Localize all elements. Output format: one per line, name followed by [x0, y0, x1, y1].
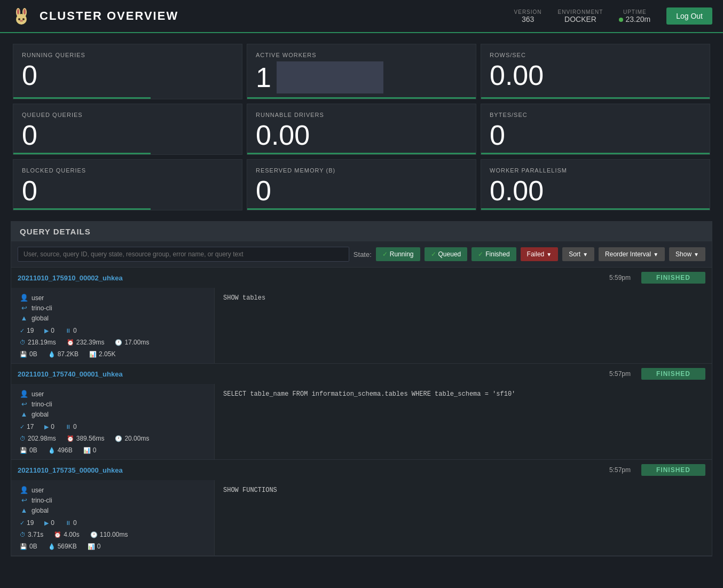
- resource-group-value: global: [32, 315, 49, 322]
- cpu-icon: ⏰: [67, 435, 74, 442]
- pause-icon: ⏸: [65, 424, 71, 430]
- stat-splits-queued: ⏸ 0: [65, 327, 77, 334]
- query-row: 20211010_175735_00000_uhkea 5:57pm FINIS…: [11, 460, 712, 556]
- output-icon: 📊: [89, 351, 97, 358]
- query-row: 20211010_175910_00002_uhkea 5:59pm FINIS…: [11, 268, 712, 364]
- check-icon: ✓: [478, 250, 483, 258]
- query-body: 👤 user ↩ trino-cli ▲ global ✓ 19: [11, 288, 712, 363]
- query-id-link[interactable]: 20211010_175910_00002_uhkea: [18, 274, 123, 282]
- reorder-interval-button[interactable]: Reorder Interval ▼: [599, 247, 665, 261]
- clock-icon: 🕐: [115, 435, 122, 442]
- meta-stats: ✓ 19 ▶ 0 ⏸ 0: [20, 327, 206, 334]
- metric-active-workers: ACTIVE WORKERS 1: [247, 44, 476, 99]
- uptime-dot: [619, 18, 623, 22]
- queued-filter-button[interactable]: ✓ Queued: [425, 247, 468, 261]
- stat-splits-running: ▶ 0: [44, 519, 54, 527]
- metric-bar: [247, 97, 476, 99]
- query-time: 5:57pm: [609, 370, 631, 378]
- dropdown-arrow-icon: ▼: [546, 252, 552, 257]
- timer-icon: ⏱: [20, 531, 26, 538]
- search-input[interactable]: [18, 247, 349, 262]
- metric-bar: [13, 208, 151, 210]
- resource-group-value: global: [32, 507, 49, 514]
- query-row-header: 20211010_175740_00001_uhkea 5:57pm FINIS…: [11, 364, 712, 384]
- resource-icon: ▲: [20, 314, 28, 322]
- stat-splits-completed: ✓ 17: [20, 423, 34, 430]
- user-value: user: [32, 294, 44, 302]
- check-icon: ✓: [20, 424, 25, 430]
- query-meta: 👤 user ↩ trino-cli ▲ global ✓ 19: [11, 480, 214, 555]
- svg-point-4: [23, 9, 26, 14]
- check-icon: ✓: [20, 327, 25, 334]
- check-icon: ✓: [382, 250, 388, 258]
- stat-scheduled: 🕐 17.00ms: [115, 339, 149, 346]
- failed-filter-button[interactable]: Failed ▼: [521, 247, 559, 261]
- meta-source: ↩ trino-cli: [20, 496, 206, 505]
- stat-cpu: ⏰ 4.00s: [54, 531, 79, 538]
- metric-bar: [13, 97, 151, 99]
- logout-button[interactable]: Log Out: [666, 7, 712, 25]
- meta-source: ↩ trino-cli: [20, 303, 206, 312]
- query-row-header: 20211010_175735_00000_uhkea 5:57pm FINIS…: [11, 460, 712, 480]
- show-button[interactable]: Show ▼: [669, 247, 705, 261]
- workers-bar-chart: [277, 61, 383, 93]
- user-icon: 👤: [20, 294, 28, 302]
- header-meta: VERSION 363 ENVIRONMENT DOCKER UPTIME 23…: [514, 7, 712, 25]
- finished-filter-button[interactable]: ✓ Finished: [471, 247, 516, 261]
- timer-icon: ⏱: [20, 339, 26, 346]
- query-sql: SHOW tables: [214, 288, 712, 363]
- stat-output: 📊 0: [83, 446, 97, 454]
- uptime-info: UPTIME 23.20m: [619, 9, 650, 23]
- dropdown-arrow-icon: ▼: [694, 252, 699, 257]
- running-filter-button[interactable]: ✓ Running: [376, 247, 420, 261]
- query-meta: 👤 user ↩ trino-cli ▲ global ✓ 17: [11, 384, 214, 459]
- stat-input: 💾 0B: [20, 446, 37, 454]
- meta-resource-group: ▲ global: [20, 506, 206, 515]
- sort-button[interactable]: Sort ▼: [562, 247, 594, 261]
- meta-source: ↩ trino-cli: [20, 399, 206, 409]
- input-icon: 💾: [20, 543, 27, 550]
- query-sql: SELECT table_name FROM information_schem…: [214, 384, 712, 459]
- logo-icon: [11, 5, 32, 27]
- svg-point-3: [17, 9, 19, 14]
- stat-output: 📊 2.05K: [89, 350, 115, 358]
- query-sql: SHOW FUNCTIONS: [214, 480, 712, 555]
- query-row: 20211010_175740_00001_uhkea 5:57pm FINIS…: [11, 364, 712, 460]
- output-icon: 📊: [83, 447, 91, 454]
- query-section-title: QUERY DETAILS: [11, 222, 712, 241]
- stat-splits-running: ▶ 0: [44, 327, 54, 334]
- stat-input: 💾 0B: [20, 543, 37, 550]
- metric-bytes-sec: BYTES/SEC 0: [481, 104, 710, 155]
- meta-data-stats: 💾 0B 💧 569KB 📊 0: [20, 543, 206, 550]
- query-status-badge: FINISHED: [641, 272, 705, 284]
- query-status-badge: FINISHED: [641, 368, 705, 380]
- query-id-link[interactable]: 20211010_175735_00000_uhkea: [18, 466, 123, 474]
- play-icon: ▶: [44, 520, 49, 527]
- resource-icon: ▲: [20, 506, 28, 514]
- svg-point-7: [20, 20, 23, 22]
- stat-splits-completed: ✓ 19: [20, 327, 34, 334]
- stat-cpu: ⏰ 232.39ms: [67, 339, 105, 346]
- stat-memory: 💧 496B: [48, 446, 73, 454]
- memory-icon: 💧: [48, 543, 56, 550]
- query-body: 👤 user ↩ trino-cli ▲ global ✓ 17: [11, 384, 712, 459]
- output-icon: 📊: [88, 543, 95, 550]
- environment-info: ENVIRONMENT DOCKER: [558, 9, 603, 23]
- metric-blocked-queries: BLOCKED QUERIES 0: [13, 159, 242, 210]
- user-value: user: [32, 390, 44, 398]
- page-title: CLUSTER OVERVIEW: [40, 9, 178, 23]
- meta-resource-group: ▲ global: [20, 313, 206, 323]
- meta-data-stats: 💾 0B 💧 87.2KB 📊 2.05K: [20, 350, 206, 358]
- metric-bar: [13, 153, 151, 154]
- meta-timing-stats: ⏱ 218.19ms ⏰ 232.39ms 🕐 17.00ms: [20, 339, 206, 346]
- resource-group-value: global: [32, 411, 49, 418]
- header: CLUSTER OVERVIEW VERSION 363 ENVIRONMENT…: [0, 0, 723, 33]
- stat-memory: 💧 87.2KB: [48, 350, 78, 358]
- meta-user: 👤 user: [20, 485, 206, 495]
- clock-icon: 🕐: [90, 531, 98, 538]
- clock-icon: 🕐: [115, 339, 122, 346]
- check-icon: ✓: [431, 250, 436, 258]
- query-id-link[interactable]: 20211010_175740_00001_uhkea: [18, 370, 123, 378]
- stat-splits-queued: ⏸ 0: [65, 519, 77, 527]
- meta-resource-group: ▲ global: [20, 410, 206, 419]
